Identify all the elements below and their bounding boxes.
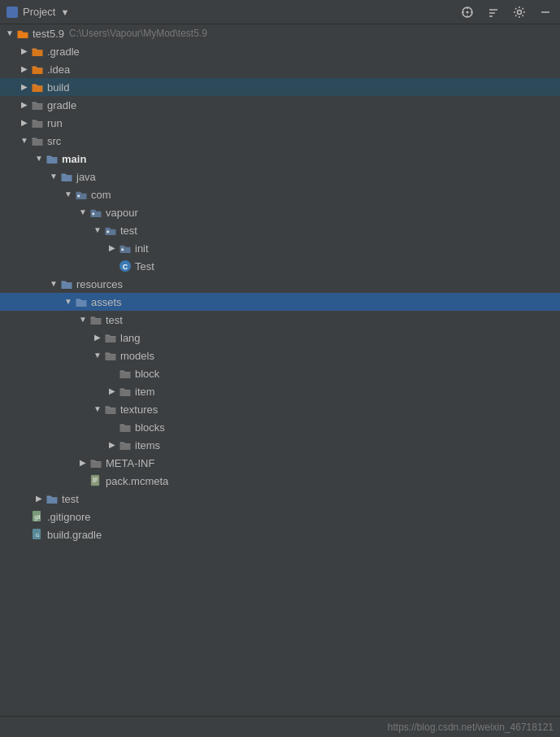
tree-label-item-folder: item [135, 386, 155, 398]
tree-item-gradle[interactable]: .gradle [0, 42, 560, 60]
tree-arrow-resources[interactable] [47, 277, 60, 290]
tree-label-com: com [91, 189, 111, 201]
tree-arrow-gradle2[interactable] [18, 98, 31, 111]
tree-item-textures[interactable]: textures [0, 400, 560, 418]
tree-label-resources: resources [76, 278, 123, 290]
tree-label-root: test5.9 [33, 28, 64, 40]
tree-item-init[interactable]: init [0, 239, 560, 257]
folder-icon-gradle [31, 46, 44, 57]
tree-arrow-test-src[interactable] [33, 492, 46, 505]
tree-item-lang[interactable]: lang [0, 329, 560, 347]
tree-item-assets[interactable]: assets [0, 293, 560, 311]
tree-label-models: models [120, 350, 154, 362]
minimize-icon[interactable] [537, 4, 553, 20]
tree-arrow-vapour[interactable] [76, 206, 89, 219]
tree-arrow-idea[interactable] [18, 63, 31, 76]
tree-arrow-block-folder[interactable] [106, 367, 119, 380]
folder-icon-run [31, 118, 44, 129]
tree-item-meta-inf[interactable]: META-INF [0, 454, 560, 472]
tree-arrow-test-res[interactable] [76, 313, 89, 326]
tree-item-gradle2[interactable]: gradle [0, 96, 560, 114]
tree-label-gradle2: gradle [47, 99, 76, 111]
tree-arrow-init[interactable] [106, 242, 119, 255]
file-icon-build-gradle: G [31, 528, 44, 541]
tree-label-build-gradle: build.gradle [47, 529, 102, 541]
tree-item-build[interactable]: build [0, 78, 560, 96]
tree-label-main: main [62, 153, 86, 165]
tree-item-item-folder[interactable]: item [0, 382, 560, 400]
folder-icon-test-res [89, 315, 102, 325]
tree-item-gitignore[interactable]: git.gitignore [0, 508, 560, 525]
tree-item-main[interactable]: main [0, 150, 560, 168]
tree-item-items-folder[interactable]: items [0, 436, 560, 454]
status-url: https://blog.csdn.net/weixin_46718121 [388, 722, 553, 733]
status-bar: https://blog.csdn.net/weixin_46718121 [0, 716, 560, 737]
tree-label-java: java [76, 171, 96, 183]
tree-label-run: run [47, 117, 63, 129]
tree-arrow-main[interactable] [33, 152, 46, 165]
tree-item-test-src[interactable]: test [0, 490, 560, 508]
folder-icon-com [75, 190, 88, 200]
tree-item-idea[interactable]: .idea [0, 60, 560, 78]
tree-item-vapour[interactable]: vapour [0, 203, 560, 221]
tree-arrow-textures[interactable] [91, 403, 104, 416]
file-icon-Test: C [119, 259, 132, 273]
tree-arrow-run[interactable] [18, 116, 31, 129]
tree-arrow-com[interactable] [62, 188, 75, 201]
tree-label-textures: textures [120, 403, 158, 416]
locate-icon[interactable] [459, 4, 475, 20]
tree-arrow-models[interactable] [91, 349, 104, 362]
tree-arrow-items-folder[interactable] [106, 438, 119, 451]
tree-arrow-blocks-folder[interactable] [106, 421, 119, 434]
tree-item-test-pkg[interactable]: test [0, 221, 560, 239]
tree-arrow-java[interactable] [47, 170, 60, 183]
tree-arrow-gradle[interactable] [18, 45, 31, 58]
tree-arrow-build[interactable] [18, 81, 31, 94]
title-chevron[interactable]: ▼ [60, 7, 69, 17]
tree-item-test-res[interactable]: test [0, 311, 560, 329]
folder-icon-resources [60, 279, 73, 290]
settings-icon[interactable] [511, 4, 527, 20]
tree-item-java[interactable]: java [0, 168, 560, 185]
svg-point-9 [518, 10, 522, 14]
tree-label-lang: lang [120, 332, 141, 344]
tree-item-build-gradle[interactable]: Gbuild.gradle [0, 525, 560, 543]
tree-label-src: src [47, 135, 61, 147]
folder-icon-test-src [46, 494, 59, 504]
tree-label-idea: .idea [47, 63, 70, 76]
tree-arrow-test-pkg[interactable] [91, 224, 104, 237]
folder-icon-lang [104, 333, 117, 343]
tree-arrow-pack-mcmeta[interactable] [76, 474, 89, 487]
tree-item-root[interactable]: test5.9C:\Users\Vapour\MyMod\test5.9 [0, 24, 560, 42]
tree-arrow-Test[interactable] [106, 259, 119, 273]
tree-label-build: build [47, 81, 69, 94]
tree-item-pack-mcmeta[interactable]: pack.mcmeta [0, 472, 560, 490]
tree-item-src[interactable]: src [0, 132, 560, 150]
tree-item-blocks-folder[interactable]: blocks [0, 418, 560, 436]
folder-icon-root [16, 28, 29, 39]
tree-item-resources[interactable]: resources [0, 275, 560, 293]
tree-item-com[interactable]: com [0, 185, 560, 203]
tree-arrow-lang[interactable] [91, 331, 104, 344]
tree-label-block-folder: block [135, 368, 159, 380]
tree-item-run[interactable]: run [0, 114, 560, 132]
tree-label-gitignore: .gitignore [47, 511, 90, 523]
tree-arrow-item-folder[interactable] [106, 385, 119, 398]
tree-arrow-build-gradle[interactable] [18, 528, 31, 541]
tree-arrow-assets[interactable] [62, 295, 75, 308]
title-bar-left: Project ▼ [7, 6, 459, 18]
tree-label-test-res: test [106, 314, 123, 326]
svg-rect-12 [92, 212, 94, 215]
file-icon-pack-mcmeta [89, 474, 102, 487]
tree-item-Test[interactable]: CTest [0, 257, 560, 275]
tree-arrow-root[interactable] [3, 27, 16, 40]
tree-arrow-src[interactable] [18, 134, 31, 147]
tree-item-block-folder[interactable]: block [0, 364, 560, 382]
file-tree[interactable]: test5.9C:\Users\Vapour\MyMod\test5.9.gra… [0, 24, 560, 716]
window-icon [7, 7, 18, 18]
tree-arrow-meta-inf[interactable] [76, 456, 89, 469]
tree-arrow-gitignore[interactable] [18, 510, 31, 523]
collapse-icon[interactable] [485, 4, 501, 20]
tree-label-test-pkg: test [120, 225, 137, 237]
tree-item-models[interactable]: models [0, 347, 560, 364]
